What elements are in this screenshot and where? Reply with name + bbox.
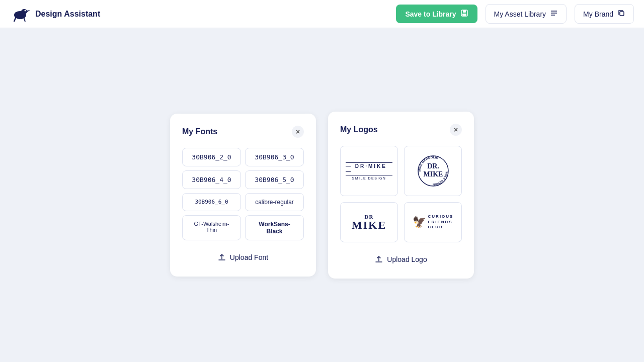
font-item-2[interactable]: 30B906_4_0 <box>182 170 241 189</box>
font-item-4[interactable]: 30B906_6_0 <box>182 193 241 211</box>
save-button-label: Save to Library <box>405 10 456 18</box>
svg-text:MIKE: MIKE <box>423 170 443 178</box>
logos-card-title: My Logos <box>340 125 378 134</box>
font-item-6[interactable]: GT-Walsheim-Thin <box>182 215 241 240</box>
logo-dr-mike-bold-content: DR MIKE <box>352 214 386 231</box>
font-item-5[interactable]: calibre-regular <box>245 193 304 211</box>
fonts-card: My Fonts × 30B906_2_0 30B906_3_0 30B906_… <box>170 114 316 277</box>
svg-point-3 <box>25 10 26 11</box>
copy-icon <box>617 9 625 19</box>
fonts-grid: 30B906_2_0 30B906_3_0 30B906_4_0 30B906_… <box>182 148 304 240</box>
font-item-0[interactable]: 30B906_2_0 <box>182 148 241 166</box>
app-header: Design Assistant Save to Library My Asse… <box>0 0 644 28</box>
svg-rect-12 <box>620 12 624 16</box>
save-icon <box>460 9 468 19</box>
close-icon: × <box>296 128 300 136</box>
logos-card-header: My Logos × <box>340 124 462 136</box>
logo-dr-mike-circle-svg: MIKE MARGOLIS DR. MIKE SMILE DESIGN <box>416 153 451 189</box>
fonts-card-close-button[interactable]: × <box>292 126 304 138</box>
logo-item-dr-mike-line[interactable]: — DR·MIKE — SMILE DESIGN <box>340 146 398 196</box>
my-asset-library-button[interactable]: My Asset Library <box>486 4 567 24</box>
upload-logo-button[interactable]: Upload Logo <box>340 252 462 266</box>
font-item-1[interactable]: 30B906_3_0 <box>245 148 304 166</box>
svg-marker-2 <box>27 10 30 12</box>
font-item-7[interactable]: WorkSans-Black <box>245 215 304 240</box>
logo-item-dr-mike-bold[interactable]: DR MIKE <box>340 202 398 242</box>
app-title: Design Assistant <box>35 10 100 19</box>
logo-item-curious-friends[interactable]: 🦅 CURIOUS FRIENDS CLUB <box>404 202 462 242</box>
logos-card: My Logos × — DR·MIKE — SMILE DESIGN <box>328 112 474 279</box>
svg-rect-7 <box>463 10 466 13</box>
upload-logo-label: Upload Logo <box>387 255 427 263</box>
logos-card-close-button[interactable]: × <box>450 124 462 136</box>
logo-dr-mike-line-content: — DR·MIKE — SMILE DESIGN <box>346 162 392 180</box>
fonts-card-header: My Fonts × <box>182 126 304 138</box>
font-item-3[interactable]: 30B906_5_0 <box>245 170 304 189</box>
lines-icon <box>550 9 558 19</box>
logo-curious-content: 🦅 CURIOUS FRIENDS CLUB <box>413 214 454 230</box>
svg-text:DR.: DR. <box>427 162 439 170</box>
my-brand-button[interactable]: My Brand <box>575 4 634 24</box>
save-to-library-button[interactable]: Save to Library <box>396 5 477 23</box>
close-icon: × <box>454 126 458 134</box>
upload-font-button[interactable]: Upload Font <box>182 250 304 264</box>
main-content: My Fonts × 30B906_2_0 30B906_3_0 30B906_… <box>0 28 644 362</box>
brand-label: My Brand <box>583 10 613 18</box>
logos-grid: — DR·MIKE — SMILE DESIGN MIKE MARGOLIS D… <box>340 146 462 242</box>
svg-rect-8 <box>462 14 466 16</box>
svg-point-1 <box>21 9 27 14</box>
asset-library-label: My Asset Library <box>494 10 546 18</box>
upload-font-icon <box>218 253 226 261</box>
upload-logo-icon <box>375 255 383 263</box>
app-logo-icon <box>10 4 30 24</box>
upload-font-label: Upload Font <box>230 253 268 261</box>
fonts-card-title: My Fonts <box>182 127 217 136</box>
logo-area: Design Assistant <box>10 4 100 24</box>
logo-item-dr-mike-circle[interactable]: MIKE MARGOLIS DR. MIKE SMILE DESIGN <box>404 146 462 196</box>
